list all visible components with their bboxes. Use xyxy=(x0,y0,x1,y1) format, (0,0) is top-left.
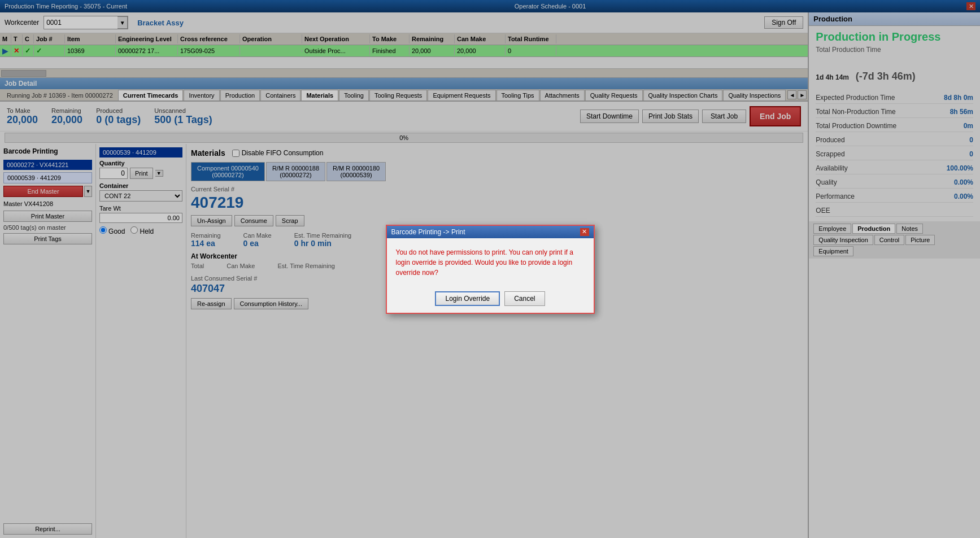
dialog-cancel-button[interactable]: Cancel xyxy=(504,291,545,306)
dialog-close-button[interactable]: ✕ xyxy=(580,228,589,236)
dialog-message: You do not have permissions to print. Yo… xyxy=(396,248,573,277)
dialog-overlay: Barcode Printing -> Print ✕ You do not h… xyxy=(0,0,980,538)
dialog-body: You do not have permissions to print. Yo… xyxy=(387,238,594,287)
dialog-title-bar: Barcode Printing -> Print ✕ xyxy=(387,226,594,238)
dialog-footer: Login Override Cancel xyxy=(387,287,594,313)
login-override-button[interactable]: Login Override xyxy=(435,291,500,306)
barcode-print-dialog: Barcode Printing -> Print ✕ You do not h… xyxy=(386,225,595,314)
dialog-title: Barcode Printing -> Print xyxy=(391,228,465,236)
